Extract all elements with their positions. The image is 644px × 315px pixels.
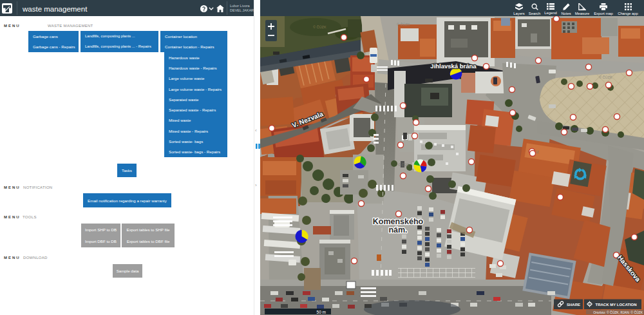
svg-text:© ČÚZK: © ČÚZK [313,25,327,29]
svg-text:nám.: nám. [388,225,407,234]
svg-text:Komenského: Komenského [373,217,424,226]
svg-text:SHARE: SHARE [567,303,580,307]
svg-text:Jihlavská brána: Jihlavská brána [430,62,477,70]
svg-text:© ČÚZK: © ČÚZK [599,75,612,79]
svg-text:Ortofoto: © ČÚZK, RJAN: © ČÚZK: Ortofoto: © ČÚZK, RJAN: © ČÚZK [593,310,643,314]
svg-text:© ČÚZK: © ČÚZK [397,23,410,26]
svg-text:TRACK MY LOCATION: TRACK MY LOCATION [596,303,637,307]
svg-text:50 m: 50 m [317,310,326,314]
svg-text:© ČÚZ: © ČÚZ [398,163,410,167]
